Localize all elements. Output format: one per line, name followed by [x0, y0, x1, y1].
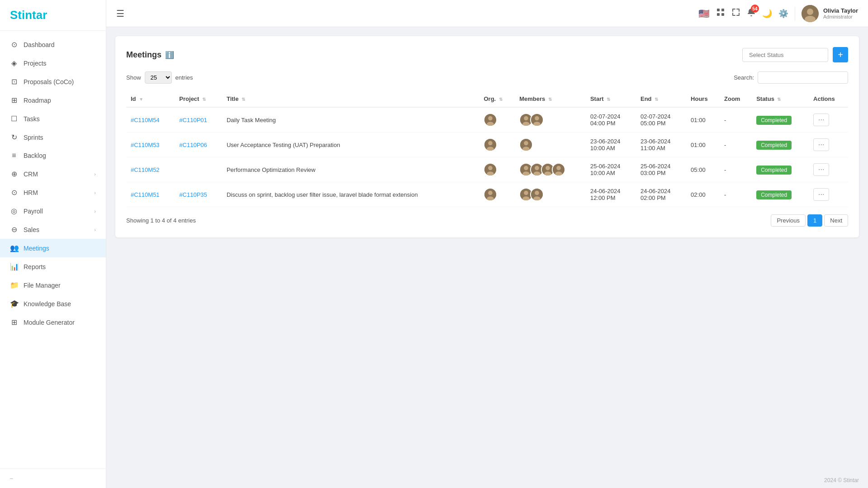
- nav-icon-module-generator: ⊞: [10, 318, 18, 327]
- nav-label-projects: Projects: [24, 60, 47, 67]
- settings-icon[interactable]: ⚙️: [778, 9, 788, 19]
- nav-label-meetings: Meetings: [24, 245, 49, 252]
- svg-point-5: [807, 9, 813, 15]
- svg-point-27: [522, 171, 530, 176]
- sidebar-item-file-manager[interactable]: 📁 File Manager: [0, 276, 106, 294]
- cell-org: [479, 133, 515, 157]
- status-badge: Completed: [756, 166, 792, 175]
- meeting-id-link[interactable]: #C110M53: [131, 142, 160, 148]
- show-label: Show: [126, 74, 141, 81]
- svg-point-21: [522, 147, 530, 151]
- user-profile[interactable]: Olivia Taylor Administrator: [802, 5, 858, 22]
- sidebar-item-sprints[interactable]: ↻ Sprints: [0, 128, 106, 147]
- row-actions-button[interactable]: ···: [813, 188, 829, 201]
- svg-rect-3: [721, 13, 724, 16]
- project-link[interactable]: #C110P06: [179, 142, 207, 148]
- notifications-icon[interactable]: 54: [747, 8, 756, 19]
- avatar: [530, 113, 544, 127]
- add-meeting-button[interactable]: +: [833, 47, 848, 62]
- sidebar-item-projects[interactable]: ◈ Projects: [0, 54, 106, 72]
- project-link[interactable]: #C110P01: [179, 117, 207, 123]
- avatar-group: [519, 138, 581, 152]
- avatar-group: [484, 113, 510, 127]
- col-end[interactable]: End ⇅: [636, 91, 686, 107]
- logo-s: S: [10, 8, 18, 22]
- svg-point-29: [535, 166, 539, 171]
- sidebar-item-dashboard[interactable]: ⊙ Dashboard: [0, 35, 106, 54]
- expand-icon[interactable]: [731, 8, 740, 19]
- current-page-button[interactable]: 1: [807, 214, 822, 227]
- svg-point-11: [524, 116, 528, 121]
- svg-point-12: [522, 122, 530, 126]
- col-status[interactable]: Status ⇅: [752, 91, 809, 107]
- svg-point-36: [555, 171, 562, 176]
- logo-rest: tintar: [18, 8, 47, 22]
- cell-hours: 05:00: [686, 157, 720, 182]
- svg-point-44: [535, 191, 539, 195]
- meeting-id-link[interactable]: #C110M51: [131, 191, 160, 198]
- nav-label-reports: Reports: [24, 263, 46, 270]
- table-controls: Show 25 10 50 100 entries Search:: [126, 71, 848, 84]
- avatar-group: [484, 163, 510, 176]
- svg-point-8: [489, 116, 493, 121]
- dark-mode-icon[interactable]: 🌙: [762, 9, 772, 19]
- cell-start: 25-06-202410:00 AM: [586, 157, 636, 182]
- avatar-group: [484, 138, 510, 152]
- nav-label-roadmap: Roadmap: [24, 97, 51, 104]
- search-row: Search:: [734, 71, 848, 84]
- col-id[interactable]: Id ▼: [126, 91, 175, 107]
- row-actions-button[interactable]: ···: [813, 138, 829, 151]
- next-page-button[interactable]: Next: [824, 214, 848, 227]
- col-org[interactable]: Org. ⇅: [479, 91, 515, 107]
- nav-arrow-hrm: ›: [94, 190, 96, 195]
- cell-zoom: -: [720, 133, 752, 157]
- meeting-id-link[interactable]: #C110M54: [131, 117, 160, 123]
- cell-status: Completed: [752, 182, 809, 207]
- sidebar-item-hrm[interactable]: ⊙ HRM ›: [0, 183, 106, 202]
- meeting-id-link[interactable]: #C110M52: [131, 166, 160, 173]
- cell-title: Discuss on sprint, backlog user filter i…: [222, 182, 479, 207]
- sidebar-item-knowledge-base[interactable]: 🎓 Knowledge Base: [0, 294, 106, 313]
- col-title[interactable]: Title ⇅: [222, 91, 479, 107]
- info-icon[interactable]: ℹ️: [165, 51, 174, 59]
- cell-start: 23-06-202410:00 AM: [586, 133, 636, 157]
- col-members[interactable]: Members ⇅: [515, 91, 586, 107]
- footer-text: 2024 © Stintar: [824, 477, 859, 483]
- menu-toggle-icon[interactable]: ☰: [116, 8, 124, 19]
- project-link[interactable]: #C110P35: [179, 191, 207, 198]
- search-input[interactable]: [758, 71, 848, 84]
- sidebar-item-payroll[interactable]: ◎ Payroll ›: [0, 202, 106, 220]
- svg-point-42: [522, 196, 530, 201]
- col-hours[interactable]: Hours: [686, 91, 720, 107]
- sidebar-item-proposals[interactable]: ⊡ Proposals (CoCo): [0, 72, 106, 91]
- col-project[interactable]: Project ⇅: [175, 91, 222, 107]
- svg-point-14: [535, 116, 539, 121]
- sidebar-item-sales[interactable]: ⊖ Sales ›: [0, 220, 106, 239]
- language-flag-icon[interactable]: 🇺🇸: [698, 8, 710, 19]
- sidebar-item-tasks[interactable]: ☐ Tasks: [0, 109, 106, 128]
- col-start[interactable]: Start ⇅: [586, 91, 636, 107]
- apps-grid-icon[interactable]: [716, 8, 725, 19]
- page-title: Meetings: [126, 50, 161, 60]
- cell-hours: 01:00: [686, 133, 720, 157]
- show-entries: Show 25 10 50 100 entries: [126, 71, 193, 84]
- row-actions-button[interactable]: ···: [813, 114, 829, 126]
- nav-icon-reports: 📊: [10, 262, 18, 271]
- prev-page-button[interactable]: Previous: [771, 214, 806, 227]
- cell-end: 02-07-202405:00 PM: [636, 107, 686, 133]
- sidebar-item-crm[interactable]: ⊕ CRM ›: [0, 165, 106, 183]
- cell-project: #C110P06: [175, 133, 222, 157]
- nav-label-hrm: HRM: [24, 189, 38, 196]
- cell-start: 02-07-202404:00 PM: [586, 107, 636, 133]
- sidebar-item-module-generator[interactable]: ⊞ Module Generator: [0, 313, 106, 332]
- nav-label-dashboard: Dashboard: [24, 41, 55, 48]
- user-details: Olivia Taylor Administrator: [823, 7, 858, 19]
- cell-id: #C110M51: [126, 182, 175, 207]
- sidebar-item-reports[interactable]: 📊 Reports: [0, 257, 106, 276]
- entries-per-page-select[interactable]: 25 10 50 100: [145, 71, 172, 84]
- row-actions-button[interactable]: ···: [813, 163, 829, 176]
- sidebar-item-backlog[interactable]: ≡ Backlog: [0, 147, 106, 165]
- status-select-input[interactable]: [742, 48, 828, 62]
- sidebar-item-meetings[interactable]: 👥 Meetings: [0, 239, 106, 257]
- sidebar-item-roadmap[interactable]: ⊞ Roadmap: [0, 91, 106, 109]
